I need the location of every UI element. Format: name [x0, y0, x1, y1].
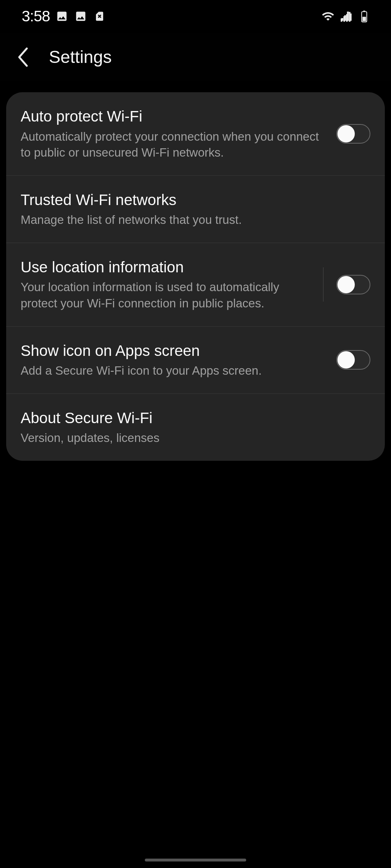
app-bar: Settings — [0, 33, 391, 81]
setting-title: Use location information — [21, 258, 312, 277]
setting-text: Show icon on Apps screen Add a Secure Wi… — [21, 341, 336, 379]
setting-about-secure-wifi[interactable]: About Secure Wi-Fi Version, updates, lic… — [6, 394, 385, 461]
status-time: 3:58 — [22, 8, 50, 25]
toggle-knob — [337, 276, 355, 293]
setting-subtitle: Manage the list of networks that you tru… — [21, 212, 360, 228]
content-area: Auto protect Wi-Fi Automatically protect… — [0, 81, 391, 461]
setting-title: Auto protect Wi-Fi — [21, 107, 325, 127]
setting-text: Auto protect Wi-Fi Automatically protect… — [21, 107, 336, 161]
svg-rect-3 — [349, 12, 351, 22]
gesture-bar[interactable] — [145, 859, 246, 861]
back-button[interactable] — [14, 48, 33, 66]
status-left: 3:58 — [22, 8, 106, 25]
toggle-knob — [337, 125, 355, 142]
toggle-container — [336, 124, 370, 144]
setting-trusted-wifi-networks[interactable]: Trusted Wi-Fi networks Manage the list o… — [6, 176, 385, 243]
picture-icon — [55, 9, 69, 23]
wifi-icon — [321, 9, 335, 23]
setting-title: Show icon on Apps screen — [21, 341, 325, 361]
status-right — [321, 9, 371, 23]
setting-title: Trusted Wi-Fi networks — [21, 190, 360, 210]
setting-text: About Secure Wi-Fi Version, updates, lic… — [21, 408, 370, 446]
picture-icon — [74, 9, 88, 23]
toggle-container — [323, 267, 370, 302]
setting-subtitle: Automatically protect your connection wh… — [21, 129, 325, 161]
setting-title: About Secure Wi-Fi — [21, 408, 360, 428]
page-title: Settings — [49, 47, 112, 67]
auto-protect-wifi-toggle[interactable] — [336, 124, 370, 144]
status-bar: 3:58 — [0, 0, 391, 33]
toggle-knob — [337, 351, 355, 369]
sim-error-icon — [93, 9, 106, 23]
svg-rect-1 — [344, 16, 345, 22]
toggle-container — [336, 350, 370, 370]
setting-text: Use location information Your location i… — [21, 258, 323, 312]
show-icon-toggle[interactable] — [336, 350, 370, 370]
setting-auto-protect-wifi[interactable]: Auto protect Wi-Fi Automatically protect… — [6, 92, 385, 176]
setting-subtitle: Version, updates, licenses — [21, 430, 360, 446]
svg-rect-6 — [362, 17, 366, 21]
setting-show-icon-on-apps-screen[interactable]: Show icon on Apps screen Add a Secure Wi… — [6, 327, 385, 394]
setting-subtitle: Your location information is used to aut… — [21, 279, 312, 311]
setting-use-location-information[interactable]: Use location information Your location i… — [6, 243, 385, 327]
svg-rect-0 — [341, 18, 342, 22]
battery-icon — [357, 9, 371, 23]
settings-card: Auto protect Wi-Fi Automatically protect… — [6, 92, 385, 461]
signal-icon — [339, 9, 353, 23]
setting-text: Trusted Wi-Fi networks Manage the list o… — [21, 190, 370, 228]
toggle-divider — [323, 267, 324, 302]
svg-rect-2 — [346, 14, 348, 22]
use-location-toggle[interactable] — [336, 275, 370, 294]
chevron-left-icon — [17, 46, 30, 68]
setting-subtitle: Add a Secure Wi-Fi icon to your Apps scr… — [21, 363, 325, 379]
svg-rect-5 — [363, 10, 365, 12]
